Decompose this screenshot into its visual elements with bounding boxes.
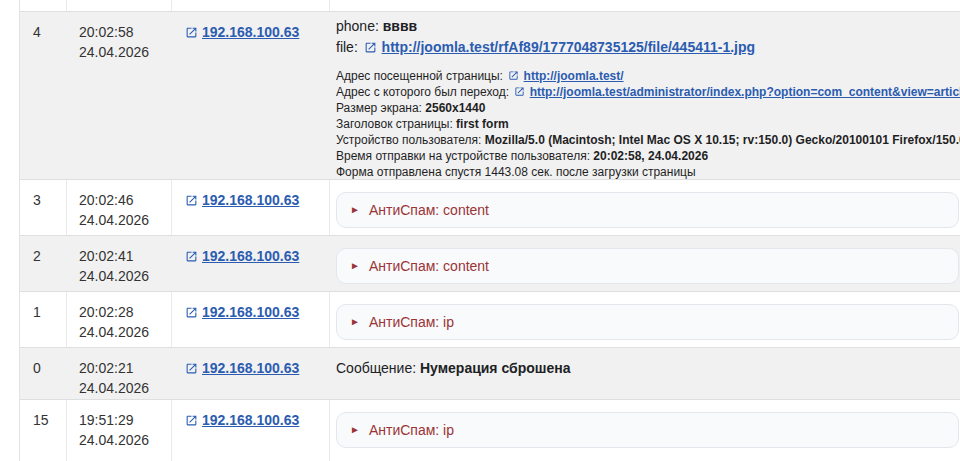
row-id-cell: 15 bbox=[20, 400, 67, 461]
file-link[interactable]: http://joomla.test/rfAf89/1777048735125/… bbox=[382, 39, 756, 55]
content-cell: ► АнтиСпам: ip bbox=[330, 400, 960, 461]
antispam-summary[interactable]: ► АнтиСпам: content bbox=[337, 249, 958, 283]
meta-line-user-agent: Устройство пользователя: Mozilla/5.0 (Ma… bbox=[336, 132, 960, 148]
content-cell: Сообщение: Нумерация сброшена bbox=[330, 348, 960, 399]
timestamp-cell: 19:51:29 24.04.2026 bbox=[67, 400, 172, 461]
antispam-label: АнтиСпам: ip bbox=[369, 422, 454, 438]
submission-date: 24.04.2026 bbox=[79, 210, 171, 230]
row-id: 2 bbox=[33, 248, 41, 264]
table-row: 15 19:51:29 24.04.2026 192.168.100.63 ► … bbox=[20, 400, 960, 461]
external-link-icon bbox=[185, 194, 198, 207]
meta-line-device-time: Время отправки на устройстве пользовател… bbox=[336, 148, 960, 164]
meta-line-elapsed: Форма отправлена спустя 1443.08 сек. пос… bbox=[336, 164, 960, 179]
row-id: 1 bbox=[33, 304, 41, 320]
row-id-cell: 3 bbox=[20, 180, 67, 235]
disclosure-triangle-icon: ► bbox=[350, 425, 360, 435]
ip-cell: 192.168.100.63 bbox=[172, 12, 330, 179]
timestamp-cell: 20:02:21 24.04.2026 bbox=[67, 348, 172, 399]
submission-time: 20:02:21 bbox=[79, 358, 171, 378]
ip-cell: 192.168.100.63 bbox=[172, 236, 330, 291]
row-id: 4 bbox=[33, 24, 41, 40]
timestamp-cell: 20:02:28 24.04.2026 bbox=[67, 292, 172, 347]
ip-cell: 192.168.100.63 bbox=[172, 180, 330, 235]
referrer-link[interactable]: http://joomla.test/administrator/index.p… bbox=[530, 85, 960, 99]
content-cell: phone: вввв file: http://joomla.test/rfA… bbox=[330, 12, 960, 179]
field-phone: phone: вввв bbox=[336, 16, 960, 37]
disclosure-triangle-icon: ► bbox=[350, 317, 360, 327]
disclosure-triangle-icon: ► bbox=[350, 261, 360, 271]
external-link-icon bbox=[185, 26, 198, 39]
timestamp-cell: 20:02:46 24.04.2026 bbox=[67, 180, 172, 235]
ip-link[interactable]: 192.168.100.63 bbox=[185, 411, 299, 429]
ip-link[interactable]: 192.168.100.63 bbox=[185, 303, 299, 321]
row-id-cell: 4 bbox=[20, 12, 67, 179]
external-link-icon bbox=[514, 86, 525, 97]
submission-time: 20:02:46 bbox=[79, 190, 171, 210]
ip-link[interactable]: 192.168.100.63 bbox=[185, 247, 299, 265]
ip-cell bbox=[172, 0, 330, 11]
timestamp-cell: 20:02:41 24.04.2026 bbox=[67, 236, 172, 291]
row-id: 15 bbox=[33, 412, 49, 428]
submissions-log-table: 4 20:02:58 24.04.2026 192.168.100.63 pho… bbox=[19, 0, 960, 461]
meta-line-page-title: Заголовок страницы: first form bbox=[336, 116, 960, 132]
submission-date: 24.04.2026 bbox=[79, 430, 171, 450]
ip-link[interactable]: 192.168.100.63 bbox=[185, 191, 299, 209]
timestamp-cell: 20:02:58 24.04.2026 bbox=[67, 12, 172, 179]
antispam-label: АнтиСпам: content bbox=[369, 258, 489, 274]
antispam-details: ► АнтиСпам: content bbox=[336, 192, 959, 228]
external-link-icon bbox=[364, 41, 377, 54]
content-cell: ► АнтиСпам: ip bbox=[330, 292, 960, 347]
content-cell: ► АнтиСпам: content bbox=[330, 180, 960, 235]
system-message: Сообщение: Нумерация сброшена bbox=[336, 348, 960, 378]
antispam-details: ► АнтиСпам: ip bbox=[336, 304, 959, 340]
submission-time: 20:02:58 bbox=[79, 22, 171, 42]
table-row-partial bbox=[20, 0, 960, 12]
ip-cell: 192.168.100.63 bbox=[172, 292, 330, 347]
meta-block: Адрес посещенной страницы: http://joomla… bbox=[336, 68, 960, 179]
content-cell bbox=[330, 0, 960, 11]
table-row: 3 20:02:46 24.04.2026 192.168.100.63 ► А… bbox=[20, 180, 960, 236]
submission-date: 24.04.2026 bbox=[79, 322, 171, 342]
table-row: 4 20:02:58 24.04.2026 192.168.100.63 pho… bbox=[20, 12, 960, 180]
antispam-details: ► АнтиСпам: ip bbox=[336, 412, 959, 448]
meta-line-visited-page: Адрес посещенной страницы: http://joomla… bbox=[336, 68, 960, 84]
ip-cell: 192.168.100.63 bbox=[172, 400, 330, 461]
submission-date: 24.04.2026 bbox=[79, 378, 171, 398]
disclosure-triangle-icon: ► bbox=[350, 205, 360, 215]
antispam-summary[interactable]: ► АнтиСпам: ip bbox=[337, 305, 958, 339]
antispam-label: АнтиСпам: content bbox=[369, 202, 489, 218]
submission-date: 24.04.2026 bbox=[79, 266, 171, 286]
row-id: 0 bbox=[33, 360, 41, 376]
external-link-icon bbox=[185, 414, 198, 427]
antispam-label: АнтиСпам: ip bbox=[369, 314, 454, 330]
antispam-summary[interactable]: ► АнтиСпам: ip bbox=[337, 413, 958, 447]
antispam-summary[interactable]: ► АнтиСпам: content bbox=[337, 193, 958, 227]
ip-cell: 192.168.100.63 bbox=[172, 348, 330, 399]
submission-time: 20:02:28 bbox=[79, 302, 171, 322]
row-id: 3 bbox=[33, 192, 41, 208]
row-id-cell: 0 bbox=[20, 348, 67, 399]
content-cell: ► АнтиСпам: content bbox=[330, 236, 960, 291]
ip-link[interactable]: 192.168.100.63 bbox=[185, 23, 299, 41]
row-id-cell: 1 bbox=[20, 292, 67, 347]
meta-line-screen-size: Размер экрана: 2560x1440 bbox=[336, 100, 960, 116]
submission-date: 24.04.2026 bbox=[79, 42, 171, 62]
submission-time: 19:51:29 bbox=[79, 410, 171, 430]
external-link-icon bbox=[508, 70, 519, 81]
field-file: file: http://joomla.test/rfAf89/17770487… bbox=[336, 37, 960, 58]
meta-line-referrer: Адрес с которого был переход: http://joo… bbox=[336, 84, 960, 100]
table-row: 0 20:02:21 24.04.2026 192.168.100.63 Соо… bbox=[20, 348, 960, 400]
submission-time: 20:02:41 bbox=[79, 246, 171, 266]
external-link-icon bbox=[185, 362, 198, 375]
row-id-cell bbox=[20, 0, 67, 11]
row-id-cell: 2 bbox=[20, 236, 67, 291]
visited-page-link[interactable]: http://joomla.test/ bbox=[524, 69, 624, 83]
ip-link[interactable]: 192.168.100.63 bbox=[185, 359, 299, 377]
table-row: 1 20:02:28 24.04.2026 192.168.100.63 ► А… bbox=[20, 292, 960, 348]
antispam-details: ► АнтиСпам: content bbox=[336, 248, 959, 284]
external-link-icon bbox=[185, 250, 198, 263]
timestamp-cell bbox=[67, 0, 172, 11]
external-link-icon bbox=[185, 306, 198, 319]
table-row: 2 20:02:41 24.04.2026 192.168.100.63 ► А… bbox=[20, 236, 960, 292]
